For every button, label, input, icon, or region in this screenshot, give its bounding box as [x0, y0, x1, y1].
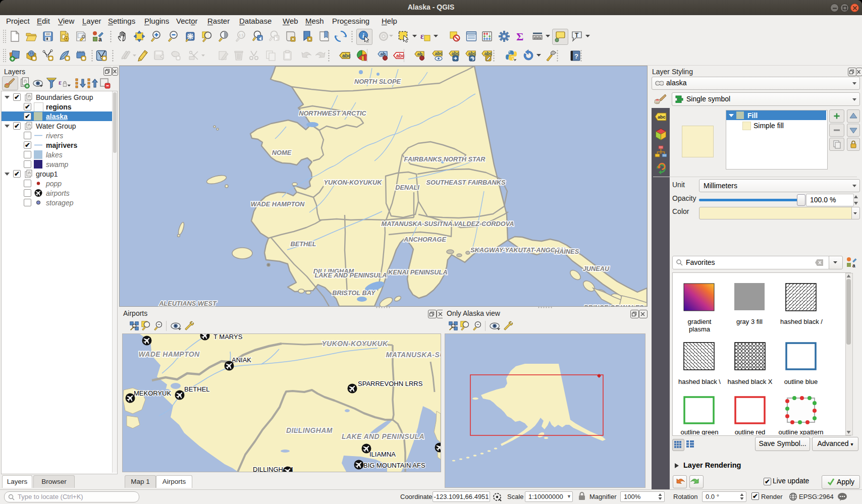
svg-text:abc: abc: [484, 51, 493, 56]
svg-text:abc: abc: [468, 51, 476, 56]
svg-text:a: a: [852, 263, 855, 268]
svg-text:T: T: [575, 32, 579, 39]
svg-text:i: i: [362, 32, 364, 39]
svg-text:SOUTHEAST FAIRBANKS: SOUTHEAST FAIRBANKS: [426, 179, 506, 186]
svg-text:ε: ε: [59, 79, 62, 86]
svg-text:abc: abc: [435, 51, 443, 56]
svg-text:MATANUSKA-SUSITNA: MATANUSKA-SUSITNA: [382, 220, 453, 228]
svg-text:JUNEAU: JUNEAU: [583, 265, 610, 272]
svg-text:MEKORYUK: MEKORYUK: [134, 389, 171, 397]
svg-text:ANIAK: ANIAK: [232, 356, 251, 364]
svg-text:YUKON-KOYUKUK: YUKON-KOYUKUK: [321, 340, 388, 348]
svg-text:ILIAMNA: ILIAMNA: [369, 451, 396, 458]
svg-text:NOME: NOME: [272, 149, 292, 156]
svg-text:DILLINGHAM: DILLINGHAM: [286, 426, 333, 434]
svg-text:DENALI: DENALI: [395, 184, 419, 191]
svg-text:BIG MOUNTAIN AFS: BIG MOUNTAIN AFS: [363, 462, 425, 469]
svg-text:abc: abc: [342, 53, 351, 59]
svg-text:SKAGWAY-YAKUTAT-ANGOON: SKAGWAY-YAKUTAT-ANGOON: [470, 246, 566, 254]
svg-text:BRISTOL BAY: BRISTOL BAY: [332, 289, 376, 297]
svg-text:HAINES: HAINES: [555, 248, 579, 255]
svg-text:NORTHWEST ARCTIC: NORTHWEST ARCTIC: [299, 109, 366, 117]
svg-text:FAIRBANKS NORTH STAR: FAIRBANKS NORTH STAR: [404, 155, 486, 163]
svg-text:BETHEL: BETHEL: [290, 240, 316, 248]
svg-text:SPARREVOHN LRRS: SPARREVOHN LRRS: [358, 380, 423, 387]
svg-text:abc: abc: [452, 51, 460, 56]
svg-text:a: a: [98, 36, 102, 42]
svg-text:NORTH SLOPE: NORTH SLOPE: [354, 78, 401, 85]
svg-text:YUKON-KOYUKUK: YUKON-KOYUKUK: [324, 179, 383, 186]
svg-text:abc: abc: [658, 115, 666, 120]
svg-text:Σ: Σ: [516, 30, 523, 42]
svg-text:?: ?: [574, 52, 578, 60]
svg-text:LAKE AND PENINSULA: LAKE AND PENINSULA: [342, 432, 424, 440]
svg-text:ALEUTIANS WEST: ALEUTIANS WEST: [158, 300, 217, 307]
svg-text:1:1: 1:1: [239, 33, 244, 37]
svg-text:MATANUSKA-SUS: MATANUSKA-SUS: [386, 351, 441, 359]
svg-text:KENAI PENINSULA: KENAI PENINSULA: [388, 268, 447, 276]
svg-text:WADE HAMPTON: WADE HAMPTON: [251, 200, 305, 208]
svg-text:WADE HAMPTON: WADE HAMPTON: [138, 350, 200, 358]
svg-text:ANCHORAGE: ANCHORAGE: [403, 236, 446, 243]
svg-text:T MARYS: T MARYS: [213, 333, 243, 341]
svg-text:BETHEL: BETHEL: [184, 385, 210, 393]
svg-text:LAKE AND PENINSULA: LAKE AND PENINSULA: [314, 271, 387, 279]
svg-text:VALDEZ-CORDOVA: VALDEZ-CORDOVA: [454, 220, 514, 228]
svg-text:ε: ε: [420, 31, 424, 41]
